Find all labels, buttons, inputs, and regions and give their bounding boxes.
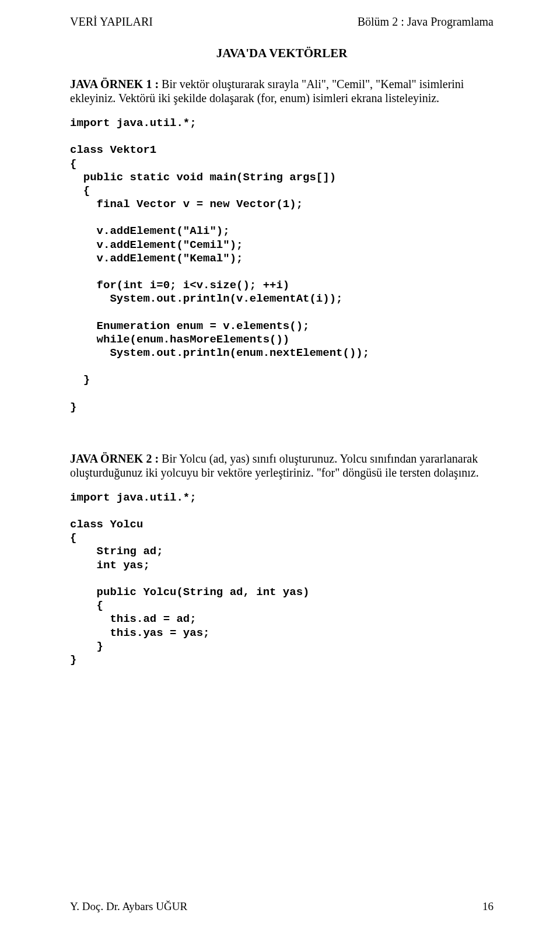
page: VERİ YAPILARI Bölüm 2 : Java Programlama…: [0, 0, 560, 927]
example-2-description: JAVA ÖRNEK 2 : Bir Yolcu (ad, yas) sınıf…: [70, 452, 494, 480]
example-1-lead: JAVA ÖRNEK 1 :: [70, 78, 162, 90]
header-left: VERİ YAPILARI: [70, 15, 153, 29]
page-header: VERİ YAPILARI Bölüm 2 : Java Programlama: [70, 15, 494, 29]
example-2-lead: JAVA ÖRNEK 2 :: [70, 452, 162, 465]
header-right: Bölüm 2 : Java Programlama: [358, 15, 494, 29]
code-block-2: import java.util.*; class Yolcu { String…: [70, 491, 494, 667]
footer-page-number: 16: [482, 900, 494, 913]
page-title: JAVA'DA VEKTÖRLER: [70, 46, 494, 61]
page-footer: Y. Doç. Dr. Aybars UĞUR 16: [70, 900, 494, 913]
example-1-description: JAVA ÖRNEK 1 : Bir vektör oluşturarak sı…: [70, 77, 494, 105]
code-block-1: import java.util.*; class Vektor1 { publ…: [70, 117, 494, 414]
footer-author: Y. Doç. Dr. Aybars UĞUR: [70, 900, 187, 913]
